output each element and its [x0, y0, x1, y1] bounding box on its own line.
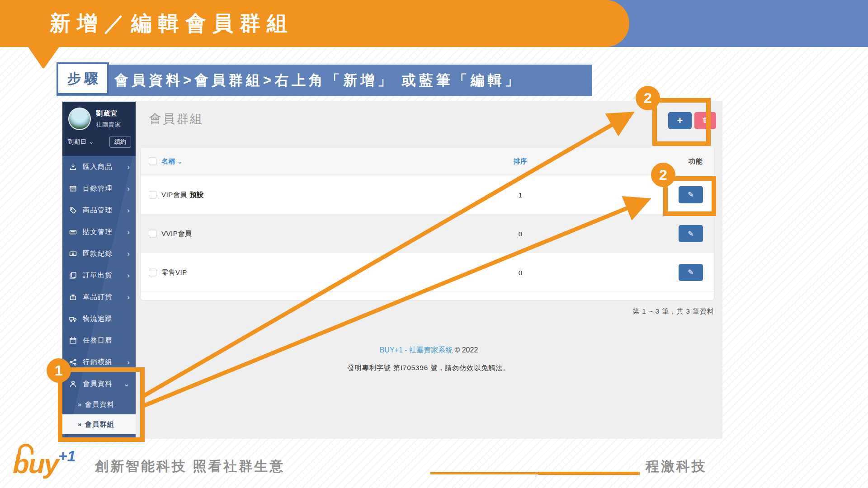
renew-button[interactable]: 續約 [109, 136, 131, 148]
post-icon [69, 228, 77, 236]
sidebar-item-catalog[interactable]: 目錄管理 › [62, 178, 136, 199]
chevron-right-icon: › [127, 206, 130, 214]
sidebar-subitem-member-data[interactable]: » 會員資料 [62, 394, 136, 414]
default-badge: 預設 [190, 190, 204, 198]
user-name: 劉葳宜 [96, 109, 121, 118]
sort-value: 0 [502, 268, 538, 276]
sidebar-item-marketing[interactable]: 行銷模組 › [62, 351, 136, 373]
sort-caret-icon: ⌄ [178, 158, 183, 164]
step-label: 步驟 [64, 70, 102, 88]
edit-button[interactable]: ✎ [679, 225, 703, 242]
user-icon [69, 380, 77, 388]
edit-button[interactable]: ✎ [679, 186, 703, 203]
chevron-right-icon: › [127, 358, 130, 366]
delete-button[interactable] [694, 112, 716, 129]
step-banner: 會員資料>會員群組>右上角「新增」 或藍筆「編輯」 [57, 65, 592, 96]
import-icon [69, 163, 77, 171]
app-screenshot: 劉葳宜 社團賣家 到期日 ⌄ 續約 匯入商品 › 目錄管理 › [62, 102, 722, 438]
chevron-right-icon: › [127, 228, 130, 236]
group-name: VVIP會員 [161, 230, 192, 237]
step-badge-2-edit: 2 [651, 163, 675, 187]
brand-company: 程激科技 [646, 457, 707, 476]
select-all-checkbox[interactable] [149, 157, 156, 165]
brand-footer: buy+1 創新智能科技 照看社群生意 程激科技 [0, 443, 868, 488]
footer-copyright: © 2022 [454, 346, 478, 354]
sidebar-menu: 匯入商品 › 目錄管理 › 商品管理 › 貼文管理 › [62, 156, 136, 434]
pencil-icon: ✎ [688, 190, 693, 199]
share-icon [69, 358, 77, 366]
sidebar-item-task-calendar[interactable]: 任務日曆 [62, 329, 136, 351]
sidebar-item-remittance[interactable]: 匯款紀錄 › [62, 243, 136, 264]
step-label-tab: 步驟 [57, 62, 109, 95]
brand-divider-line-thick [538, 472, 640, 475]
sort-value: 0 [502, 230, 538, 238]
sort-value: 1 [502, 191, 538, 198]
gift-icon [69, 293, 77, 301]
sidebar-item-posts[interactable]: 貼文管理 › [62, 221, 136, 243]
sidebar: 劉葳宜 社團賣家 到期日 ⌄ 續約 匯入商品 › 目錄管理 › [62, 102, 136, 438]
slide-header: 新增／編輯會員群組 [0, 0, 629, 47]
sidebar-user-panel: 劉葳宜 社團賣家 到期日 ⌄ 續約 [62, 102, 136, 156]
trash-icon [702, 117, 709, 125]
money-icon [69, 250, 77, 258]
step-badge-2-add: 2 [636, 86, 660, 110]
member-groups-table: 名稱 ⌄ 排序 功能 VIP會員預設 1 ✎ VVIP會員 0 ✎ [140, 147, 714, 300]
pencil-icon: ✎ [688, 268, 693, 277]
column-header-actions: 功能 [689, 157, 703, 165]
truck-icon [69, 315, 77, 323]
slide-canvas: 新增／編輯會員群組 會員資料>會員群組>右上角「新增」 或藍筆「編輯」 步驟 劉… [0, 0, 868, 488]
logo-text: buy [13, 449, 58, 479]
step-instruction: 會員資料>會員群組>右上角「新增」 或藍筆「編輯」 [114, 71, 522, 90]
sidebar-item-single-orders[interactable]: 單品訂貨 › [62, 286, 136, 308]
group-name: VIP會員 [161, 190, 187, 198]
pagination-summary: 第 1 ~ 3 筆，共 3 筆資料 [632, 307, 714, 316]
column-header-name[interactable]: 名稱 ⌄ [161, 157, 182, 165]
sidebar-item-import-products[interactable]: 匯入商品 › [62, 156, 136, 178]
footer-brand-link[interactable]: BUY+1 - 社團賣家系統 [380, 346, 453, 354]
sidebar-item-logistics[interactable]: 物流追蹤 [62, 308, 136, 329]
add-button[interactable]: + [668, 112, 692, 129]
chevron-right-icon: › [127, 185, 130, 192]
buy-plus-one-logo: buy+1 [13, 444, 92, 484]
table-row: VVIP會員 0 ✎ [141, 214, 714, 253]
group-name: 零售VIP [161, 268, 187, 276]
chevron-down-icon: ⌄ [123, 380, 130, 388]
edit-button[interactable]: ✎ [679, 264, 703, 281]
chevron-right-icon: › [127, 163, 130, 171]
footer-patent-notice: 發明專利字號 第I705396 號，請勿仿效以免觸法。 [136, 364, 722, 372]
table-row: 零售VIP 0 ✎ [141, 253, 714, 292]
table-row: VIP會員預設 1 ✎ [141, 175, 714, 214]
orders-icon [69, 272, 77, 279]
sidebar-item-orders[interactable]: 訂單出貨 › [62, 264, 136, 286]
row-checkbox[interactable] [149, 268, 156, 276]
catalog-icon [69, 185, 77, 192]
avatar[interactable] [68, 108, 91, 130]
pencil-icon: ✎ [688, 230, 693, 238]
row-checkbox[interactable] [149, 230, 156, 238]
header-pointer-triangle [28, 45, 59, 67]
row-checkbox[interactable] [149, 191, 156, 198]
sidebar-subitem-member-groups[interactable]: » 會員群組 [62, 414, 136, 434]
slide-title: 新增／編輯會員群組 [50, 9, 294, 38]
chevron-right-icon: › [127, 250, 130, 258]
user-role: 社團賣家 [96, 121, 121, 129]
table-header-row: 名稱 ⌄ 排序 功能 [141, 147, 714, 175]
expiry-dropdown[interactable]: 到期日 ⌄ [68, 138, 94, 146]
logo-plus-one: +1 [58, 447, 76, 465]
tag-icon [69, 206, 77, 214]
calendar-icon [69, 337, 77, 344]
page-title: 會員群組 [149, 111, 203, 127]
brand-tagline: 創新智能科技 照看社群生意 [95, 457, 285, 476]
step-badge-1: 1 [47, 358, 71, 383]
chevron-right-icon: › [127, 293, 130, 301]
main-content: 會員群組 + 名稱 ⌄ 排序 功能 VIP會員預設 1 ✎ [136, 102, 722, 438]
sidebar-item-products[interactable]: 商品管理 › [62, 199, 136, 221]
chevron-right-icon: › [127, 272, 130, 279]
header-corner-shape [592, 0, 868, 47]
chevron-down-icon: ⌄ [89, 139, 94, 145]
sidebar-item-members[interactable]: 會員資料 ⌄ [62, 373, 136, 394]
column-header-sort[interactable]: 排序 [502, 157, 538, 165]
brand-divider-line [430, 472, 539, 474]
